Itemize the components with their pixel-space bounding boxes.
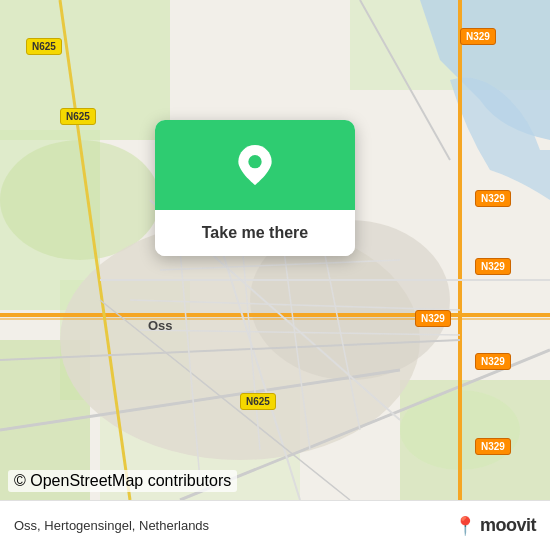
road-badge-n329-right-3: N329	[475, 353, 511, 370]
road-badge-n625-top-left: N625	[26, 38, 62, 55]
moovit-logo: 📍 moovit	[454, 515, 536, 537]
moovit-pin-icon: 📍	[454, 515, 476, 537]
osm-credit: © OpenStreetMap contributors	[8, 470, 237, 492]
info-bar: Oss, Hertogensingel, Netherlands 📍 moovi…	[0, 500, 550, 550]
popup-header	[155, 120, 355, 210]
road-badge-n329-top-right: N329	[460, 28, 496, 45]
city-label-oss: Oss	[148, 318, 173, 333]
road-badge-n625-bottom: N625	[240, 393, 276, 410]
road-badge-n329-right-2: N329	[475, 258, 511, 275]
road-badge-n625-middle-left: N625	[60, 108, 96, 125]
location-text: Oss, Hertogensingel, Netherlands	[14, 518, 209, 533]
road-badge-n329-right-1: N329	[475, 190, 511, 207]
location-pin-icon	[235, 145, 275, 185]
popup-card: Take me there	[155, 120, 355, 256]
road-badge-n329-middle: N329	[415, 310, 451, 327]
take-me-there-button[interactable]: Take me there	[155, 210, 355, 256]
moovit-brand-label: moovit	[480, 515, 536, 536]
map-container: Oss N625 N625 N329 N329 N329 N329 N329 N…	[0, 0, 550, 500]
svg-point-3	[0, 140, 160, 260]
road-badge-n329-bottom-right: N329	[475, 438, 511, 455]
svg-point-31	[248, 155, 261, 168]
